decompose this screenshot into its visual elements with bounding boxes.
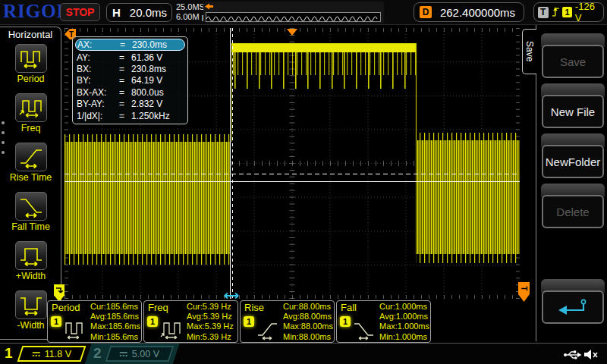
rise-time-icon [18,145,44,169]
save-button[interactable]: Save [542,45,604,78]
return-arrow-icon [555,297,590,317]
menu-item-label: Fall Time [0,221,61,232]
measurement-strip: Period 1 Cur:185.6ms Avg:185.6ms Max:185… [47,300,431,343]
header-bar: RIGOL STOP H 20.0ms 25.0MSa/s 6.00M pts … [0,0,607,25]
menu-item-rise-time[interactable]: Rise Time [0,143,61,183]
measurement-panel-period: Period 1 Cur:185.6ms Avg:185.6ms Max:185… [47,300,142,343]
waveform-preview [203,2,384,24]
cursor-row-bx-ax: BX-AX: = 800.0us [77,86,184,98]
trigger-readout: T 1 -126 V [533,2,604,22]
timebase-readout: H 20.0ms [106,3,172,22]
trigger-label: T [538,7,549,18]
channel-status-bar: 1 11.8 V 2 5.00 V [0,343,607,364]
menu-item-fall-time[interactable]: Fall Time [0,192,61,232]
new-file-button[interactable]: New File [542,95,604,128]
run-state-badge: STOP [60,3,100,21]
ch2-coupling-icon [119,350,128,358]
trigger-delay-readout: D 262.400000ms [414,2,524,22]
measurement-panel-fall: Fall 1 Cur:1.000ms Avg:1.000ms Max:1.000… [336,300,431,343]
fall-time-icon [18,194,44,218]
delay-value: 262.400000ms [432,6,524,19]
cursor-row-by-ay: BY-AY: = 2.832 V [77,99,184,110]
trigger-position-icon [287,29,297,36]
channel-badge: 1 [340,316,351,327]
softkey-new-folder[interactable]: NewFolder [541,133,605,179]
menu-scroll-indicator [2,121,5,161]
cursor-row-ay: AY: = 61.36 V [77,52,184,63]
period-icon [18,46,44,71]
trigger-level-value: -126 V [575,1,603,24]
menu-item-label: Freq [0,123,61,133]
preview-sine-wave [206,14,380,22]
rise-time-icon [256,319,281,340]
fall-time-icon [353,319,377,340]
freq-icon [18,96,44,120]
minus-width-icon [18,293,44,317]
channel-badge: 1 [147,316,158,327]
delete-button[interactable]: Delete [542,195,604,228]
softkey-delete[interactable]: Delete [541,184,605,229]
preview-position-arrow-icon [205,3,214,10]
softkey-save[interactable]: Save [541,33,605,79]
cursor-readout-box: AX: = 230.0ms AY: = 61.36 V BX: = 230.8m… [72,36,188,124]
trigger-level-flag-icon[interactable]: T [518,282,530,302]
cursor-position-indicator-icon[interactable] [222,292,241,300]
menu-item-label: Rise Time [0,172,61,183]
preview-window [206,12,381,22]
save-menu-tab: Save [522,29,536,74]
timebase-value: 20.0ms [130,6,167,19]
measurement-panel-freq: Freq 1 Cur:5.39 Hz Avg:5.39 Hz Max:5.39 … [143,300,238,343]
ch1-coupling-icon [32,350,41,358]
softkey-back[interactable] [541,279,605,325]
delay-badge: D [420,6,432,18]
menu-item-freq[interactable]: Freq [0,93,61,133]
timebase-label: H [112,6,121,19]
menu-item-pos-width[interactable]: +Width [0,241,61,281]
cursor-row-ax[interactable]: AX: = 230.0ms [75,39,185,51]
menu-item-label: Period [0,74,61,84]
ch1-number: 1 [5,345,13,362]
ch2-number: 2 [93,345,102,362]
period-icon [64,319,88,340]
ch2-scale-badge[interactable]: 5.00 V [105,346,175,362]
waveform-display: T AX: = 230.0ms AY: = 61.36 V BX: = 230.… [64,28,520,299]
softkey-new-file[interactable]: New File [541,83,605,129]
cursor-row-bx: BX: = 230.8ms [77,63,184,74]
measurement-panel-rise: Rise 1 Cur:88.00ms Avg:88.00ms Max:88.00… [240,300,335,343]
back-button[interactable] [542,290,604,324]
ch1-scale-badge[interactable]: 11.8 V [17,346,86,362]
menu-item-label: +Width [0,271,61,281]
trigger-source-badge: 1 [562,7,572,17]
channel-badge: 1 [244,316,254,327]
new-folder-button[interactable]: NewFolder [542,145,604,178]
speaker-muted-icon [583,347,600,362]
usb-icon [563,348,582,361]
cursor-row-inv-dx: 1/|dX|: = 1.250kHz [77,110,184,121]
plus-width-icon [18,243,44,268]
trigger-slope-icon [552,6,560,18]
left-menu-title: Horizontal [0,29,61,40]
horizontal-measure-menu: Horizontal Period Freq Rise Time Fall Ti… [0,27,61,340]
channel-badge: 1 [51,316,61,327]
save-menu-panel: Save New File NewFolder Delete [536,25,607,341]
cursor-row-by: BY: = 64.19 V [77,75,184,86]
freq-icon [160,319,184,340]
menu-item-period[interactable]: Period [0,44,61,84]
